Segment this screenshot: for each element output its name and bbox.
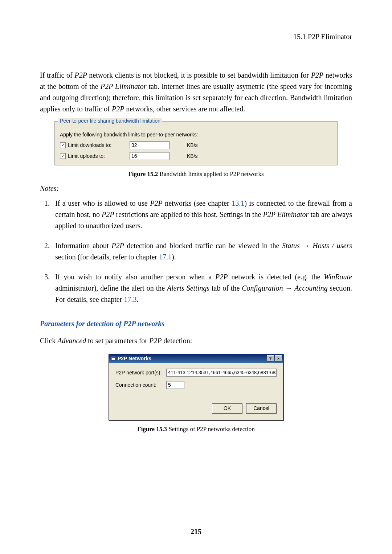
connection-count-input[interactable]: 5 bbox=[166, 381, 184, 389]
text-italic: P2P bbox=[112, 105, 124, 113]
chapter-link-17-1[interactable]: 17.1 bbox=[159, 253, 172, 261]
figure-label: Figure 15.3 bbox=[137, 426, 167, 432]
text-italic: Hosts / users bbox=[313, 242, 352, 250]
dialog-title: P2P Networks bbox=[118, 356, 151, 361]
connection-count-row: Connection count: 5 bbox=[115, 381, 277, 389]
svg-rect-2 bbox=[112, 357, 115, 358]
limit-downloads-label: Limit downloads to: bbox=[68, 142, 130, 148]
cancel-button[interactable]: Cancel bbox=[246, 403, 277, 414]
groupbox-title: Peer-to-peer file sharing bandwidth limi… bbox=[58, 118, 162, 124]
text-italic: P2P bbox=[74, 71, 87, 79]
limit-uploads-row: ✓ Limit uploads to: 16 KB/s bbox=[60, 152, 332, 160]
text: network clients is not blocked, it is po… bbox=[87, 71, 311, 79]
text-italic: P2P bbox=[111, 242, 124, 250]
text: tab of the bbox=[209, 284, 242, 292]
figure-caption-text: Bandwidth limits applied to P2P networks bbox=[158, 171, 264, 177]
notes-list: If a user who is allowed to use P2P netw… bbox=[40, 198, 352, 305]
text-italic: WinRoute bbox=[324, 273, 352, 281]
text-italic: P2P Eliminator bbox=[101, 82, 147, 90]
text: network is detected (e.g. the bbox=[228, 273, 324, 281]
chapter-link-13-1[interactable]: 13.1 bbox=[232, 199, 244, 207]
text-italic: P2P bbox=[102, 210, 114, 218]
ports-input[interactable]: 411-413,1214,3531,4661-4665,6345-6348,68… bbox=[166, 369, 277, 377]
bandwidth-limitation-groupbox: Peer-to-peer file sharing bandwidth limi… bbox=[54, 121, 338, 165]
app-icon bbox=[111, 356, 116, 361]
limit-uploads-checkbox[interactable]: ✓ bbox=[60, 153, 66, 159]
text-italic: Alerts Settings bbox=[167, 284, 209, 292]
dialog-body: P2P network port(s): 411-413,1214,3531,4… bbox=[109, 363, 283, 420]
groupbox-description: Apply the following bandwidth limits to … bbox=[60, 132, 332, 138]
text-italic: Accounting bbox=[294, 284, 327, 292]
text: Click bbox=[40, 337, 57, 345]
notes-heading: Notes: bbox=[40, 184, 352, 193]
text-italic: P2P bbox=[149, 337, 162, 345]
dialog-titlebar[interactable]: P2P Networks ? × bbox=[109, 354, 283, 363]
text: If a user who is allowed to use bbox=[55, 199, 150, 207]
running-header: 15.1 P2P Eliminator bbox=[40, 33, 352, 44]
text-italic: Configura­tion bbox=[242, 284, 283, 292]
page-number: 215 bbox=[0, 528, 392, 536]
text-italic: P2P bbox=[311, 71, 323, 79]
close-button[interactable]: × bbox=[275, 355, 282, 362]
text-italic: P2P Eliminator bbox=[263, 210, 309, 218]
figure-15-2-caption: Figure 15.2 Bandwidth limits applied to … bbox=[40, 171, 352, 178]
unit-label: KB/s bbox=[187, 142, 198, 148]
text-italic: Status bbox=[282, 242, 300, 250]
ok-button[interactable]: OK bbox=[212, 403, 242, 414]
text: section (for details, refer to chapter bbox=[55, 253, 159, 261]
note-item-2: Information about P2P detection and bloc… bbox=[52, 240, 352, 263]
text: → bbox=[300, 242, 313, 250]
text: ). bbox=[172, 253, 176, 261]
section-heading-parameters: Parameters for detection of P2P networks bbox=[40, 320, 352, 328]
text: networks (see chapter bbox=[163, 199, 232, 207]
figure-15-3-caption: Figure 15.3 Settings of P2P networks det… bbox=[40, 426, 352, 433]
figure-caption-text: Settings of P2P networks detection bbox=[167, 426, 255, 432]
text: If you wish to notify also another perso… bbox=[55, 273, 215, 281]
text: restrictions are applied to this host. S… bbox=[114, 210, 263, 218]
limit-uploads-label: Limit uploads to: bbox=[68, 153, 130, 159]
text: . bbox=[136, 295, 138, 303]
text: If traffic of bbox=[40, 71, 74, 79]
text: networks, other services are not affecte… bbox=[124, 105, 245, 113]
text: → bbox=[283, 284, 295, 292]
text: detection and blocked traffic can be vie… bbox=[124, 242, 282, 250]
text-italic: Advanced bbox=[57, 337, 86, 345]
limit-downloads-checkbox[interactable]: ✓ bbox=[60, 142, 66, 148]
text: to set parameters for bbox=[86, 337, 149, 345]
text-italic: P2P bbox=[215, 273, 228, 281]
limit-downloads-row: ✓ Limit downloads to: 32 KB/s bbox=[60, 141, 332, 149]
note-item-3: If you wish to notify also another perso… bbox=[52, 271, 352, 305]
note-item-1: If a user who is allowed to use P2P netw… bbox=[52, 198, 352, 231]
chapter-link-17-3[interactable]: 17.3 bbox=[124, 295, 136, 303]
advanced-intro-paragraph: Click Advanced to set parameters for P2P… bbox=[40, 335, 352, 346]
limit-uploads-input[interactable]: 16 bbox=[130, 152, 170, 160]
limit-downloads-input[interactable]: 32 bbox=[130, 141, 170, 149]
figure-label: Figure 15.2 bbox=[128, 171, 158, 177]
ports-row: P2P network port(s): 411-413,1214,3531,4… bbox=[115, 369, 277, 377]
text-italic: P2P bbox=[150, 199, 162, 207]
text: detection: bbox=[162, 337, 192, 345]
intro-paragraph: If traffic of P2P network clients is not… bbox=[40, 70, 352, 115]
text: Information about bbox=[55, 242, 111, 250]
p2p-networks-dialog: P2P Networks ? × P2P network port(s): 41… bbox=[109, 354, 283, 420]
unit-label: KB/s bbox=[187, 153, 198, 159]
help-button[interactable]: ? bbox=[267, 355, 274, 362]
text: administrator), define the alert on the bbox=[55, 284, 167, 292]
connection-count-label: Connection count: bbox=[115, 382, 166, 388]
ports-label: P2P network port(s): bbox=[115, 370, 166, 376]
